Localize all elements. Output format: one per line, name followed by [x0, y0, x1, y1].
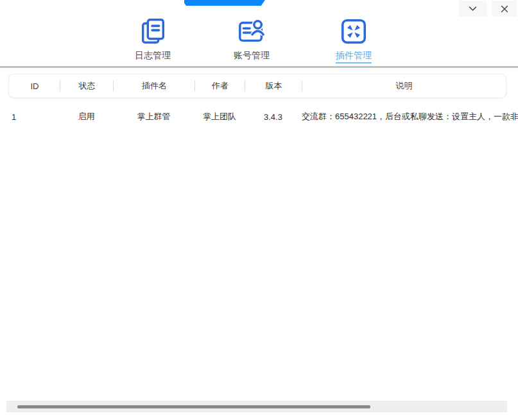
cell-plugin-name: 掌上群管	[113, 108, 194, 126]
cell-id: 1	[8, 108, 60, 126]
close-button[interactable]	[492, 1, 517, 17]
chevron-down-icon	[469, 6, 477, 12]
horizontal-scrollbar-track[interactable]	[6, 401, 507, 412]
tab-plugin-management[interactable]: 插件管理	[325, 17, 383, 63]
horizontal-scrollbar-thumb[interactable]	[17, 405, 370, 408]
cell-description: 交流群：655432221，后台或私聊发送：设置主人，一款非	[302, 108, 518, 126]
tab-label-account: 账号管理	[234, 50, 270, 63]
top-bubble-button[interactable]	[184, 0, 265, 6]
column-header-author: 作者	[195, 74, 245, 97]
tab-label-log: 日志管理	[135, 50, 171, 63]
tab-log-management[interactable]: 日志管理	[124, 17, 182, 63]
column-header-plugin-name: 插件名	[114, 74, 195, 97]
column-header-version: 版本	[245, 74, 302, 97]
column-header-description: 说明	[302, 74, 506, 97]
account-card-icon	[237, 17, 266, 46]
close-icon	[501, 5, 508, 13]
cell-author: 掌上团队	[194, 108, 245, 126]
column-header-status: 状态	[60, 74, 114, 97]
cell-version: 3.4.3	[245, 108, 302, 126]
table-row[interactable]: 1 启用 掌上群管 掌上团队 3.4.3 交流群：655432221，后台或私聊…	[8, 108, 518, 126]
header-divider	[0, 66, 518, 68]
column-header-id: ID	[9, 74, 60, 97]
cell-status: 启用	[60, 108, 113, 126]
log-documents-icon	[138, 17, 168, 46]
minimize-button[interactable]	[459, 1, 487, 17]
plugin-table-header: ID 状态 插件名 作者 版本 说明	[8, 74, 506, 98]
app-window: 日志管理 账号管理 插件管理	[0, 0, 518, 420]
tab-account-management[interactable]: 账号管理	[223, 17, 281, 63]
plugin-expand-icon	[339, 17, 368, 46]
tab-label-plugin: 插件管理	[336, 50, 372, 63]
